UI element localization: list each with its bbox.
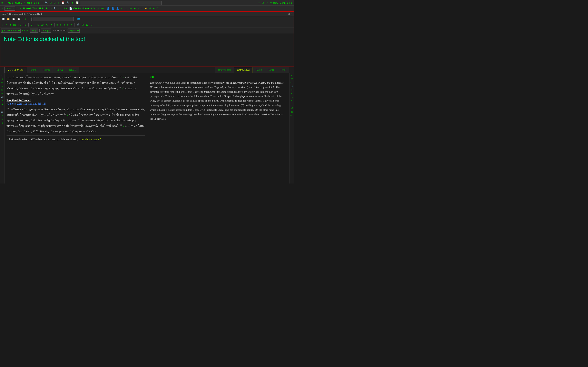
refresh-btn[interactable]: ↺ [16, 7, 19, 10]
zoom-btn[interactable]: 🔍 [66, 1, 70, 4]
ne-table-btn[interactable]: ⊞ [81, 23, 85, 26]
expand-btn[interactable]: ⊞ [261, 1, 264, 4]
note-expand-btn[interactable]: ⊞ [288, 13, 290, 15]
search-btn[interactable]: 🔍 [44, 1, 48, 4]
rsidebar-grid-btn[interactable]: ⊟ [290, 110, 294, 113]
close-btn-top[interactable]: ✕ [258, 1, 260, 4]
tab-mob-john38[interactable]: MOB-John 3:8 [4, 67, 26, 73]
sidebar-forward-btn[interactable]: ▷ [0, 81, 4, 84]
layout-btn[interactable]: ⁞⁞ [4, 1, 7, 4]
tab-comcbsc2[interactable]: Com:CBSC [234, 67, 253, 73]
tab-bible5[interactable]: Bible5 [66, 67, 79, 73]
next-btn2[interactable]: > [50, 7, 52, 10]
tts-voice-select[interactable]: [en_AU] Karen [1, 29, 21, 33]
sync-btn[interactable]: ↺ [148, 7, 151, 10]
ne-sub-btn[interactable]: X₂ [45, 23, 49, 26]
settings-btn2[interactable]: ⚙⊞ [63, 7, 68, 10]
rsidebar-box2-btn[interactable]: □ [290, 96, 294, 99]
ne-align-center-btn[interactable]: ≡ [59, 23, 62, 26]
rsidebar-arrows-btn[interactable]: ◁▷ [290, 81, 294, 84]
lightning-btn[interactable]: ⚡ [144, 7, 148, 10]
rsidebar-scissors-btn[interactable]: ✕ [290, 103, 294, 106]
rsidebar-sync2-btn[interactable]: ↺□ [290, 114, 294, 117]
copy-btn[interactable]: ⊞ [49, 1, 52, 4]
tab-bible3[interactable]: Bible3 [40, 67, 53, 73]
grid-btn[interactable]: ⊟ [53, 1, 56, 4]
chart-btn[interactable]: 📊 [75, 1, 79, 4]
font-dec-btn[interactable]: A- [120, 7, 124, 10]
search-btn2[interactable]: 🔍 [53, 7, 57, 10]
share-btn[interactable]: ↗ [265, 1, 268, 4]
note-content-area[interactable]: Note Editor is docked at the top! [0, 33, 294, 66]
ne-color-btn[interactable]: A [5, 23, 8, 26]
sidebar-sound-btn[interactable]: 🔉 [0, 110, 4, 113]
ne-code-btn[interactable]: ☐ [90, 23, 93, 26]
tab-tool5[interactable]: Tool5 [277, 67, 289, 73]
note-icon[interactable]: ✎ [1, 7, 4, 10]
tab-bible4[interactable]: Bible4 [53, 67, 66, 73]
ne-align-right-btn[interactable]: ≡ [63, 23, 66, 26]
ne-new-btn[interactable]: 📄 [1, 17, 6, 21]
font-inc-btn[interactable]: A+ [129, 7, 133, 10]
ne-h3-btn[interactable]: H3 [23, 23, 27, 26]
note-close-btn[interactable]: ✕ [291, 13, 292, 15]
mode-btn[interactable]: ▭ [269, 1, 272, 4]
ne-save-btn[interactable]: 💾 [11, 17, 16, 21]
ne-saveas-btn[interactable]: 💾+ [17, 17, 22, 21]
ne-italic-btn[interactable]: I [34, 23, 36, 26]
sidebar-circle-btn[interactable]: ⊙ [0, 77, 4, 80]
tab-bible2[interactable]: Bible2 [26, 67, 39, 73]
export-btn[interactable]: ⊞ [152, 7, 155, 10]
close-btn2[interactable]: ☐ [156, 7, 159, 10]
filter-btn[interactable]: ▼ [71, 1, 74, 4]
ne-translate-btn[interactable]: 🌐✦ [76, 17, 83, 21]
text-btn[interactable]: T [140, 7, 143, 10]
ne-highlight-btn[interactable]: ◆ [9, 23, 12, 26]
ne-align-justify-btn[interactable]: ≡ [66, 23, 69, 26]
person-btn1[interactable]: 👤 [106, 7, 110, 10]
sidebar-p-btn[interactable]: P [0, 103, 4, 106]
ne-clear-btn[interactable]: ✦ [50, 23, 53, 26]
file-btn[interactable]: 📄 [69, 7, 73, 10]
rsidebar-sync-btn[interactable]: ↺ [290, 107, 294, 109]
tts-speak-btn[interactable]: Speak [21, 29, 29, 32]
tab-tool3[interactable]: Tool3 [253, 67, 265, 73]
ne-search-input[interactable] [33, 17, 74, 21]
tab-tool4[interactable]: Tool4 [265, 67, 277, 73]
ne-music-btn[interactable]: ♪ [27, 17, 30, 21]
ne-underline-btn[interactable]: U [36, 23, 40, 26]
ne-align-left-btn[interactable]: ≡ [56, 23, 59, 26]
select-btn[interactable]: ⊡ [96, 7, 99, 10]
abc-btn[interactable]: ABC [100, 7, 106, 10]
person-btn2[interactable]: 👤 [111, 7, 115, 10]
rsidebar-menu-btn[interactable]: ≡ [290, 74, 294, 76]
ne-open-btn[interactable]: 📂 [6, 17, 11, 21]
ne-print-btn[interactable]: 🖨 [23, 17, 27, 21]
menu-btn[interactable]: ≡ [1, 1, 3, 4]
ne-image-btn[interactable]: 🖼 [85, 23, 89, 26]
record-btn[interactable]: ⊙ [137, 7, 140, 10]
ne-bold-btn[interactable]: B [30, 23, 33, 26]
pencil-btn[interactable]: ✎ [93, 7, 95, 10]
sidebar-sun-btn[interactable]: ☀ [0, 118, 4, 120]
sidebar-return-btn[interactable]: ↩ [0, 92, 4, 95]
ne-super-btn[interactable]: X² [40, 23, 44, 26]
sidebar-cross-btn[interactable]: ✗ [0, 114, 4, 117]
prev-btn2[interactable]: < [20, 7, 22, 10]
next-btn1[interactable]: > [41, 1, 43, 4]
play-btn[interactable]: ▶ [133, 7, 136, 10]
tab-comcbsc1[interactable]: Com:CBSC [215, 67, 234, 73]
tts-language-select[interactable]: English [68, 29, 80, 33]
calendar-btn[interactable]: 📅 [61, 1, 65, 4]
list-btn[interactable]: ≡→ [58, 7, 62, 10]
sidebar-diamond-btn[interactable]: ◆ [0, 122, 4, 124]
sidebar-speaker-btn[interactable]: 🔊 [0, 96, 4, 99]
options-btn[interactable]: ⚙ [57, 1, 60, 4]
sidebar-back-btn[interactable]: ◁ [0, 74, 4, 76]
rsidebar-pencil-btn[interactable]: ✎ [290, 100, 294, 102]
tts-auto-select[interactable]: [Auto] [41, 29, 51, 33]
sidebar-close-btn[interactable]: ✕ [0, 100, 4, 102]
sidebar-box-btn[interactable]: □ [0, 89, 4, 91]
rsidebar-diamond-btn[interactable]: ◆ [290, 89, 294, 91]
ne-strikethrough-btn[interactable]: ✕ [70, 23, 73, 26]
